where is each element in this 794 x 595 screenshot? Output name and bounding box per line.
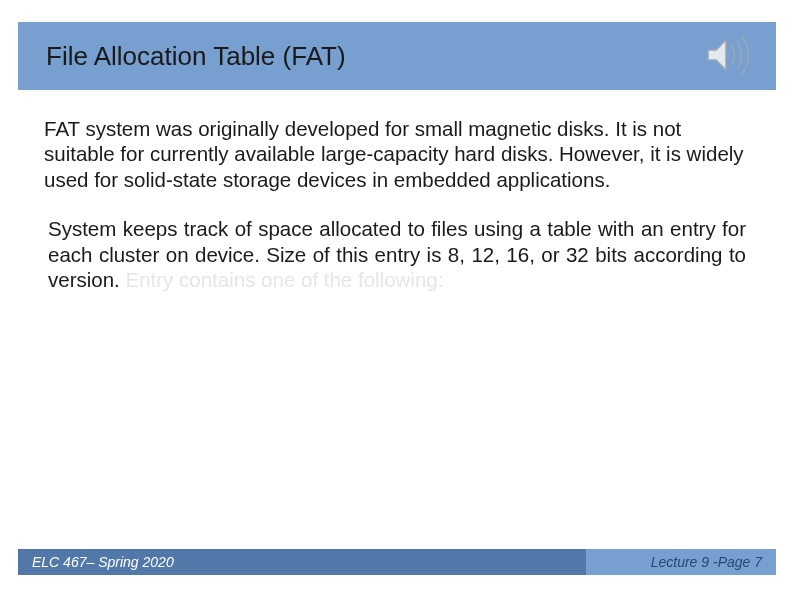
speaker-icon	[704, 30, 758, 84]
paragraph-1: FAT system was originally developed for …	[44, 116, 750, 192]
footer-course: ELC 467– Spring 2020	[18, 549, 586, 575]
title-bar: File Allocation Table (FAT)	[18, 22, 776, 90]
slide: File Allocation Table (FAT) FAT system w…	[0, 0, 794, 595]
paragraph-2: System keeps track of space allocated to…	[44, 216, 750, 292]
footer-page: Lecture 9 -Page 7	[586, 549, 776, 575]
slide-title: File Allocation Table (FAT)	[46, 41, 346, 72]
slide-footer: ELC 467– Spring 2020 Lecture 9 -Page 7	[18, 549, 776, 575]
paragraph-2-faded: Entry contains one of the following:	[125, 268, 443, 291]
slide-body: FAT system was originally developed for …	[18, 90, 776, 292]
